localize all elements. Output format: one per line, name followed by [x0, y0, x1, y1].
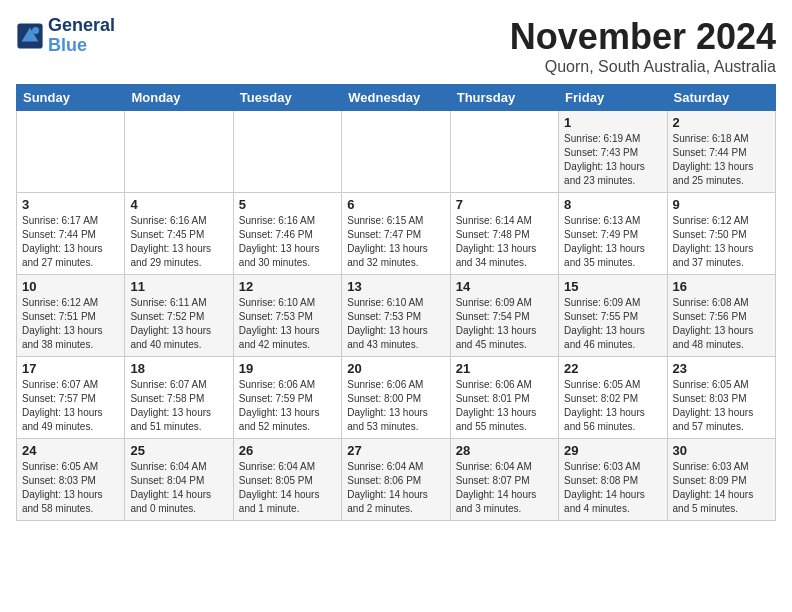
day-number: 9: [673, 197, 770, 212]
calendar-cell: [125, 111, 233, 193]
calendar-cell: 29Sunrise: 6:03 AM Sunset: 8:08 PM Dayli…: [559, 439, 667, 521]
day-detail: Sunrise: 6:05 AM Sunset: 8:03 PM Dayligh…: [673, 378, 770, 434]
calendar-cell: [233, 111, 341, 193]
calendar-table: SundayMondayTuesdayWednesdayThursdayFrid…: [16, 84, 776, 521]
calendar-cell: 3Sunrise: 6:17 AM Sunset: 7:44 PM Daylig…: [17, 193, 125, 275]
day-number: 22: [564, 361, 661, 376]
calendar-cell: 26Sunrise: 6:04 AM Sunset: 8:05 PM Dayli…: [233, 439, 341, 521]
day-detail: Sunrise: 6:05 AM Sunset: 8:02 PM Dayligh…: [564, 378, 661, 434]
day-detail: Sunrise: 6:06 AM Sunset: 8:00 PM Dayligh…: [347, 378, 444, 434]
calendar-cell: 2Sunrise: 6:18 AM Sunset: 7:44 PM Daylig…: [667, 111, 775, 193]
day-detail: Sunrise: 6:04 AM Sunset: 8:05 PM Dayligh…: [239, 460, 336, 516]
day-detail: Sunrise: 6:09 AM Sunset: 7:54 PM Dayligh…: [456, 296, 553, 352]
calendar-cell: 7Sunrise: 6:14 AM Sunset: 7:48 PM Daylig…: [450, 193, 558, 275]
day-detail: Sunrise: 6:04 AM Sunset: 8:04 PM Dayligh…: [130, 460, 227, 516]
calendar-cell: 8Sunrise: 6:13 AM Sunset: 7:49 PM Daylig…: [559, 193, 667, 275]
calendar-cell: 6Sunrise: 6:15 AM Sunset: 7:47 PM Daylig…: [342, 193, 450, 275]
day-detail: Sunrise: 6:08 AM Sunset: 7:56 PM Dayligh…: [673, 296, 770, 352]
day-detail: Sunrise: 6:12 AM Sunset: 7:50 PM Dayligh…: [673, 214, 770, 270]
svg-point-2: [32, 27, 39, 34]
calendar-cell: 4Sunrise: 6:16 AM Sunset: 7:45 PM Daylig…: [125, 193, 233, 275]
day-detail: Sunrise: 6:04 AM Sunset: 8:07 PM Dayligh…: [456, 460, 553, 516]
logo: General Blue: [16, 16, 115, 56]
month-title: November 2024: [510, 16, 776, 58]
calendar-cell: 13Sunrise: 6:10 AM Sunset: 7:53 PM Dayli…: [342, 275, 450, 357]
day-number: 25: [130, 443, 227, 458]
day-detail: Sunrise: 6:03 AM Sunset: 8:08 PM Dayligh…: [564, 460, 661, 516]
day-number: 24: [22, 443, 119, 458]
day-detail: Sunrise: 6:19 AM Sunset: 7:43 PM Dayligh…: [564, 132, 661, 188]
day-number: 18: [130, 361, 227, 376]
calendar-cell: 17Sunrise: 6:07 AM Sunset: 7:57 PM Dayli…: [17, 357, 125, 439]
day-detail: Sunrise: 6:10 AM Sunset: 7:53 PM Dayligh…: [239, 296, 336, 352]
day-detail: Sunrise: 6:16 AM Sunset: 7:46 PM Dayligh…: [239, 214, 336, 270]
calendar-cell: 30Sunrise: 6:03 AM Sunset: 8:09 PM Dayli…: [667, 439, 775, 521]
day-number: 21: [456, 361, 553, 376]
day-number: 1: [564, 115, 661, 130]
calendar-cell: 25Sunrise: 6:04 AM Sunset: 8:04 PM Dayli…: [125, 439, 233, 521]
day-detail: Sunrise: 6:07 AM Sunset: 7:58 PM Dayligh…: [130, 378, 227, 434]
day-number: 5: [239, 197, 336, 212]
day-detail: Sunrise: 6:04 AM Sunset: 8:06 PM Dayligh…: [347, 460, 444, 516]
day-number: 30: [673, 443, 770, 458]
weekday-header-wednesday: Wednesday: [342, 85, 450, 111]
calendar-cell: 27Sunrise: 6:04 AM Sunset: 8:06 PM Dayli…: [342, 439, 450, 521]
calendar-cell: 19Sunrise: 6:06 AM Sunset: 7:59 PM Dayli…: [233, 357, 341, 439]
day-detail: Sunrise: 6:12 AM Sunset: 7:51 PM Dayligh…: [22, 296, 119, 352]
calendar-cell: 15Sunrise: 6:09 AM Sunset: 7:55 PM Dayli…: [559, 275, 667, 357]
calendar-cell: 9Sunrise: 6:12 AM Sunset: 7:50 PM Daylig…: [667, 193, 775, 275]
day-detail: Sunrise: 6:11 AM Sunset: 7:52 PM Dayligh…: [130, 296, 227, 352]
day-number: 8: [564, 197, 661, 212]
day-number: 16: [673, 279, 770, 294]
day-detail: Sunrise: 6:15 AM Sunset: 7:47 PM Dayligh…: [347, 214, 444, 270]
day-detail: Sunrise: 6:03 AM Sunset: 8:09 PM Dayligh…: [673, 460, 770, 516]
day-detail: Sunrise: 6:07 AM Sunset: 7:57 PM Dayligh…: [22, 378, 119, 434]
day-detail: Sunrise: 6:13 AM Sunset: 7:49 PM Dayligh…: [564, 214, 661, 270]
weekday-header-tuesday: Tuesday: [233, 85, 341, 111]
calendar-cell: 18Sunrise: 6:07 AM Sunset: 7:58 PM Dayli…: [125, 357, 233, 439]
day-number: 11: [130, 279, 227, 294]
location-title: Quorn, South Australia, Australia: [510, 58, 776, 76]
calendar-cell: 11Sunrise: 6:11 AM Sunset: 7:52 PM Dayli…: [125, 275, 233, 357]
weekday-header-friday: Friday: [559, 85, 667, 111]
calendar-week-3: 10Sunrise: 6:12 AM Sunset: 7:51 PM Dayli…: [17, 275, 776, 357]
logo-text-blue: Blue: [48, 36, 115, 56]
calendar-cell: [450, 111, 558, 193]
day-number: 10: [22, 279, 119, 294]
weekday-header-sunday: Sunday: [17, 85, 125, 111]
calendar-cell: 21Sunrise: 6:06 AM Sunset: 8:01 PM Dayli…: [450, 357, 558, 439]
day-number: 23: [673, 361, 770, 376]
day-number: 26: [239, 443, 336, 458]
calendar-cell: 28Sunrise: 6:04 AM Sunset: 8:07 PM Dayli…: [450, 439, 558, 521]
logo-text-general: General: [48, 16, 115, 36]
day-number: 7: [456, 197, 553, 212]
day-detail: Sunrise: 6:16 AM Sunset: 7:45 PM Dayligh…: [130, 214, 227, 270]
day-number: 13: [347, 279, 444, 294]
calendar-cell: 24Sunrise: 6:05 AM Sunset: 8:03 PM Dayli…: [17, 439, 125, 521]
logo-icon: [16, 22, 44, 50]
calendar-cell: 1Sunrise: 6:19 AM Sunset: 7:43 PM Daylig…: [559, 111, 667, 193]
day-number: 19: [239, 361, 336, 376]
day-detail: Sunrise: 6:18 AM Sunset: 7:44 PM Dayligh…: [673, 132, 770, 188]
calendar-week-5: 24Sunrise: 6:05 AM Sunset: 8:03 PM Dayli…: [17, 439, 776, 521]
calendar-week-4: 17Sunrise: 6:07 AM Sunset: 7:57 PM Dayli…: [17, 357, 776, 439]
day-detail: Sunrise: 6:14 AM Sunset: 7:48 PM Dayligh…: [456, 214, 553, 270]
day-number: 20: [347, 361, 444, 376]
day-number: 2: [673, 115, 770, 130]
calendar-cell: 12Sunrise: 6:10 AM Sunset: 7:53 PM Dayli…: [233, 275, 341, 357]
calendar-week-2: 3Sunrise: 6:17 AM Sunset: 7:44 PM Daylig…: [17, 193, 776, 275]
day-number: 29: [564, 443, 661, 458]
day-number: 3: [22, 197, 119, 212]
calendar-cell: 22Sunrise: 6:05 AM Sunset: 8:02 PM Dayli…: [559, 357, 667, 439]
day-number: 14: [456, 279, 553, 294]
day-detail: Sunrise: 6:06 AM Sunset: 7:59 PM Dayligh…: [239, 378, 336, 434]
title-section: November 2024 Quorn, South Australia, Au…: [510, 16, 776, 76]
day-number: 4: [130, 197, 227, 212]
day-detail: Sunrise: 6:17 AM Sunset: 7:44 PM Dayligh…: [22, 214, 119, 270]
calendar-cell: 23Sunrise: 6:05 AM Sunset: 8:03 PM Dayli…: [667, 357, 775, 439]
day-number: 6: [347, 197, 444, 212]
calendar-cell: 20Sunrise: 6:06 AM Sunset: 8:00 PM Dayli…: [342, 357, 450, 439]
calendar-cell: [17, 111, 125, 193]
day-number: 12: [239, 279, 336, 294]
day-detail: Sunrise: 6:06 AM Sunset: 8:01 PM Dayligh…: [456, 378, 553, 434]
